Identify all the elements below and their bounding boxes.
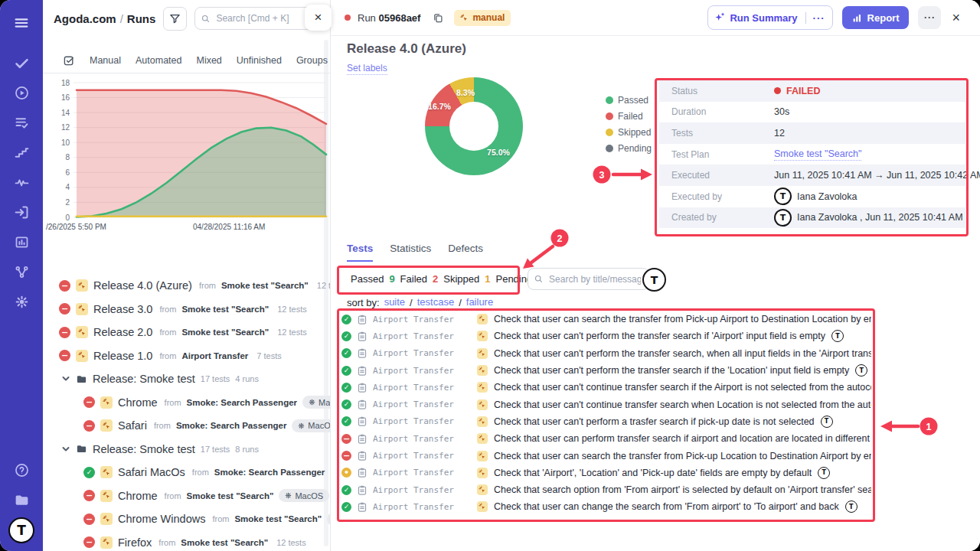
breadcrumb-project[interactable]: Agoda.com (54, 12, 116, 25)
test-title: Check that user can change the search fr… (494, 501, 839, 512)
run-group-row[interactable]: Release: Smoke test 17 tests 8 runs (43, 438, 330, 461)
test-row[interactable]: Airport Transfer Check that user can per… (341, 430, 871, 447)
run-list-item[interactable]: Firefox from Smoke test "Search" 12 test… (43, 531, 330, 551)
nav-settings-gear-icon[interactable] (0, 287, 43, 317)
manual-run-icon (100, 419, 113, 432)
nav-milestones-steps-icon[interactable] (0, 138, 43, 168)
test-row[interactable]: Airport Transfer Check that 'Airport', '… (341, 465, 871, 481)
tab-defects[interactable]: Defects (448, 243, 483, 262)
tab-mixed[interactable]: Mixed (196, 55, 221, 66)
more-options-button[interactable]: ··· (918, 6, 941, 29)
select-runs-icon[interactable] (63, 54, 75, 67)
nav-reports-chart-icon[interactable] (0, 227, 43, 257)
run-summary-more[interactable]: ··· (805, 12, 832, 24)
test-status-icon (341, 416, 351, 426)
assignee-avatar: T (855, 364, 867, 377)
nav-branches-icon[interactable] (0, 257, 43, 287)
tab-unfinished[interactable]: Unfinished (237, 55, 282, 66)
tab-groups[interactable]: Groups (296, 55, 328, 66)
set-labels-link[interactable]: Set labels (347, 63, 387, 75)
test-row[interactable]: Airport Transfer Check that user can't p… (341, 328, 871, 344)
run-list-item[interactable]: Chrome from Smoke: Search Passenger MacO… (43, 391, 330, 415)
tab-tests[interactable]: Tests (347, 243, 373, 262)
filter-funnel-button[interactable] (163, 7, 187, 31)
test-title: Check that search option from 'From airp… (494, 484, 871, 495)
detail-tabs: Tests Statistics Defects (347, 243, 483, 262)
run-summary-button[interactable]: Run Summary ··· (707, 5, 832, 30)
detail-row-status: Status FAILED (659, 80, 965, 102)
sparkle-icon (714, 12, 725, 23)
nav-activity-pulse-icon[interactable] (0, 168, 43, 197)
test-row[interactable]: Airport Transfer Check that user can't p… (341, 345, 871, 362)
close-run-icon[interactable]: × (952, 10, 960, 26)
assignee-filter-avatar[interactable]: T (642, 268, 666, 292)
svg-text:16: 16 (61, 93, 70, 102)
tab-automated[interactable]: Automated (136, 55, 181, 66)
testcase-clipboard-icon (358, 451, 367, 461)
run-list-item[interactable]: Chrome from Smoke test "Search" MacOS Ch… (43, 484, 330, 508)
run-name: Chrome (118, 490, 158, 502)
nav-tests-check-icon[interactable] (0, 48, 43, 78)
run-list-item[interactable]: Safari MacOs from Smoke: Search Passenge… (43, 461, 330, 484)
run-list-item[interactable]: Release 2.0 from Smoke test "Search" 12 … (43, 321, 330, 344)
skipped-count: 1 (485, 273, 490, 285)
testcase-clipboard-icon (358, 434, 367, 444)
sort-by-failure[interactable]: failure (466, 296, 493, 309)
detail-row-tests: Tests 12 (659, 122, 965, 144)
report-button[interactable]: Report (842, 6, 910, 29)
run-name: Release 4.0 (Azure) (93, 279, 192, 292)
nav-import-icon[interactable] (0, 197, 43, 227)
menu-icon[interactable] (0, 8, 43, 37)
test-row[interactable]: Airport Transfer Check that search optio… (341, 481, 871, 498)
test-row[interactable]: Airport Transfer Check that user can sea… (341, 447, 871, 464)
tab-statistics[interactable]: Statistics (390, 243, 431, 262)
report-chart-icon (852, 13, 862, 23)
test-row[interactable]: Airport Transfer Check that user can sea… (341, 311, 871, 328)
chevron-down-icon[interactable] (61, 445, 70, 454)
detail-row-testplan: Test Plan Smoke test "Search" (659, 144, 965, 165)
test-row[interactable]: Airport Transfer Check that user can cha… (341, 498, 871, 515)
test-row[interactable]: Airport Transfer Check that user can't p… (341, 362, 871, 379)
run-list-item[interactable]: Release 1.0 from Airport Transfer 7 test… (43, 344, 330, 368)
test-suite-name: Airport Transfer (373, 315, 471, 324)
test-row[interactable]: Airport Transfer Check that user can't p… (341, 413, 871, 430)
sort-by-testcase[interactable]: testcase (417, 296, 454, 309)
run-list-item[interactable]: Release 4.0 (Azure) from Smoke test "Sea… (43, 274, 330, 298)
nav-plans-list-icon[interactable] (0, 108, 43, 138)
run-plan: Smoke: Search Passenger (187, 398, 297, 407)
run-status-icon (59, 280, 70, 292)
run-list-item[interactable]: Safari from Smoke: Search Passenger MacO… (43, 414, 330, 438)
test-row[interactable]: Airport Transfer Check that user can't c… (341, 379, 871, 396)
test-status-icon (341, 331, 351, 341)
run-group-row[interactable]: Release: Smoke test 17 tests 4 runs (43, 367, 330, 391)
run-status-icon (59, 350, 70, 361)
test-plan-link[interactable]: Smoke test "Search" (774, 148, 861, 161)
docs-folder-icon[interactable] (0, 485, 43, 515)
chevron-down-icon[interactable] (61, 374, 70, 383)
test-title: Check that 'Airport', 'Location' and 'Pi… (494, 468, 812, 478)
folder-icon (76, 373, 87, 385)
tests-search-input[interactable] (547, 273, 642, 285)
passed-count: 9 (389, 273, 394, 285)
run-status-icon (59, 303, 70, 315)
help-icon[interactable] (0, 455, 43, 485)
test-status-icon (341, 502, 351, 512)
status-badge: FAILED (774, 86, 820, 96)
svg-text:8: 8 (65, 153, 70, 161)
testomat-logo[interactable]: T (0, 515, 43, 545)
run-plan: Smoke: Search Passenger (176, 421, 286, 430)
manual-run-icon (76, 326, 88, 338)
nav-runs-play-icon[interactable] (0, 78, 43, 108)
sort-by-suite[interactable]: suite (384, 296, 405, 309)
tab-manual[interactable]: Manual (90, 55, 121, 66)
test-row[interactable]: Airport Transfer Check that user can't c… (341, 396, 871, 412)
assignee-avatar: T (818, 467, 830, 479)
copy-icon[interactable] (430, 9, 446, 26)
testcase-clipboard-icon (358, 331, 367, 341)
run-list-item[interactable]: Release 3.0 from Smoke test "Search" 12 … (43, 298, 330, 321)
panel-close-button[interactable]: × (305, 5, 332, 31)
runs-search-input[interactable] (214, 12, 310, 24)
run-list-item[interactable]: Chrome Windows from Smoke test "Search" … (43, 507, 330, 531)
search-icon (201, 14, 210, 24)
test-status-icon (341, 383, 351, 393)
